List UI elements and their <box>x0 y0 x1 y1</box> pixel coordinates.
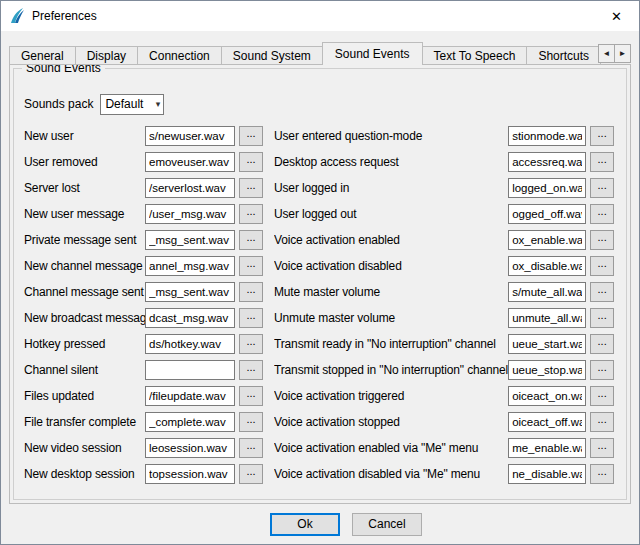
browse-button[interactable]: ... <box>239 334 263 354</box>
sound-events-tab-pane: Sound Events Sounds pack Default ▾ New u… <box>9 65 631 504</box>
sound-file-input[interactable] <box>145 230 235 250</box>
browse-button[interactable]: ... <box>239 282 263 302</box>
dialog-footer: Ok Cancel <box>1 504 639 544</box>
sound-event-label: Files updated <box>24 389 145 403</box>
sound-file-input[interactable] <box>508 360 586 380</box>
sound-file-input[interactable] <box>145 282 235 302</box>
sound-event-label: User entered question-mode <box>274 129 508 143</box>
sound-file-input[interactable] <box>508 464 586 484</box>
sound-event-label: Channel message sent <box>24 285 145 299</box>
sound-file-input[interactable] <box>508 256 586 276</box>
ok-button[interactable]: Ok <box>270 513 340 536</box>
sound-file-input[interactable] <box>145 412 235 432</box>
browse-button[interactable]: ... <box>239 386 263 406</box>
window-title: Preferences <box>32 9 97 23</box>
sound-file-input[interactable] <box>508 386 586 406</box>
tab-sound-events[interactable]: Sound Events <box>322 42 423 65</box>
browse-button[interactable]: ... <box>239 438 263 458</box>
sound-file-input[interactable] <box>145 464 235 484</box>
sound-event-label: Transmit stopped in "No interruption" ch… <box>274 363 508 377</box>
sound-event-row: User entered question-mode... <box>274 123 614 149</box>
browse-button[interactable]: ... <box>239 230 263 250</box>
sound-file-input[interactable] <box>145 334 235 354</box>
tab-text-to-speech[interactable]: Text To Speech <box>422 46 528 65</box>
sound-event-row: Voice activation disabled... <box>274 253 614 279</box>
sound-file-input[interactable] <box>145 126 235 146</box>
sound-event-row: New desktop session... <box>24 461 261 487</box>
cancel-button[interactable]: Cancel <box>352 513 422 536</box>
tab-connection[interactable]: Connection <box>137 46 222 65</box>
sound-file-input[interactable] <box>508 178 586 198</box>
sound-event-row: User removed... <box>24 149 261 175</box>
sound-event-row: New user... <box>24 123 261 149</box>
sound-event-label: New user <box>24 129 145 143</box>
browse-button[interactable]: ... <box>590 438 614 458</box>
browse-button[interactable]: ... <box>590 412 614 432</box>
sound-file-input[interactable] <box>508 282 586 302</box>
sound-event-label: New video session <box>24 441 145 455</box>
sounds-pack-select[interactable]: Default ▾ <box>100 94 164 115</box>
sound-file-input[interactable] <box>508 204 586 224</box>
sound-event-label: User logged out <box>274 207 508 221</box>
sound-file-input[interactable] <box>145 386 235 406</box>
groupbox-title: Sound Events <box>22 65 105 75</box>
browse-button[interactable]: ... <box>239 412 263 432</box>
browse-button[interactable]: ... <box>239 308 263 328</box>
tab-sound-system[interactable]: Sound System <box>221 46 323 65</box>
preferences-window: Preferences ✕ GeneralDisplayConnectionSo… <box>0 0 640 545</box>
browse-button[interactable]: ... <box>239 256 263 276</box>
tab-shortcuts[interactable]: Shortcuts <box>526 46 601 65</box>
sound-file-input[interactable] <box>508 438 586 458</box>
sound-event-row: Server lost... <box>24 175 261 201</box>
browse-button[interactable]: ... <box>590 152 614 172</box>
sound-event-label: Transmit ready in "No interruption" chan… <box>274 337 508 351</box>
browse-button[interactable]: ... <box>239 204 263 224</box>
tab-general[interactable]: General <box>9 46 76 65</box>
tab-display[interactable]: Display <box>75 46 138 65</box>
close-icon[interactable]: ✕ <box>594 1 639 31</box>
sound-file-input[interactable] <box>508 334 586 354</box>
sound-file-input[interactable] <box>145 256 235 276</box>
sound-event-row: Hotkey pressed... <box>24 331 261 357</box>
sound-file-input[interactable] <box>508 126 586 146</box>
browse-button[interactable]: ... <box>590 386 614 406</box>
sound-event-row: Mute master volume... <box>274 279 614 305</box>
tab-list: GeneralDisplayConnectionSound SystemSoun… <box>9 42 631 65</box>
sound-event-row: Voice activation stopped... <box>274 409 614 435</box>
sound-event-label: New broadcast message <box>24 311 145 325</box>
sound-file-input[interactable] <box>145 152 235 172</box>
sounds-pack-label: Sounds pack <box>24 97 93 111</box>
browse-button[interactable]: ... <box>590 126 614 146</box>
sound-event-label: Server lost <box>24 181 145 195</box>
browse-button[interactable]: ... <box>590 178 614 198</box>
browse-button[interactable]: ... <box>239 178 263 198</box>
sound-file-input[interactable] <box>145 308 235 328</box>
sound-file-input[interactable] <box>508 230 586 250</box>
sound-file-input[interactable] <box>145 204 235 224</box>
browse-button[interactable]: ... <box>590 464 614 484</box>
browse-button[interactable]: ... <box>590 308 614 328</box>
browse-button[interactable]: ... <box>590 256 614 276</box>
browse-button[interactable]: ... <box>239 464 263 484</box>
browse-button[interactable]: ... <box>590 360 614 380</box>
sound-event-row: Unmute master volume... <box>274 305 614 331</box>
sound-file-input[interactable] <box>508 412 586 432</box>
sound-file-input[interactable] <box>145 360 235 380</box>
browse-button[interactable]: ... <box>239 126 263 146</box>
tab-scroll-right-icon[interactable]: ► <box>614 44 631 63</box>
sound-event-row: Voice activation enabled via "Me" menu..… <box>274 435 614 461</box>
tab-scroll-left-icon[interactable]: ◄ <box>598 44 615 63</box>
sounds-pack-value: Default <box>105 97 143 111</box>
sound-file-input[interactable] <box>508 152 586 172</box>
browse-button[interactable]: ... <box>239 360 263 380</box>
browse-button[interactable]: ... <box>590 204 614 224</box>
sound-file-input[interactable] <box>145 178 235 198</box>
browse-button[interactable]: ... <box>239 152 263 172</box>
browse-button[interactable]: ... <box>590 334 614 354</box>
sound-file-input[interactable] <box>508 308 586 328</box>
sound-event-row: New broadcast message... <box>24 305 261 331</box>
browse-button[interactable]: ... <box>590 230 614 250</box>
sound-file-input[interactable] <box>145 438 235 458</box>
browse-button[interactable]: ... <box>590 282 614 302</box>
sound-event-label: User removed <box>24 155 145 169</box>
